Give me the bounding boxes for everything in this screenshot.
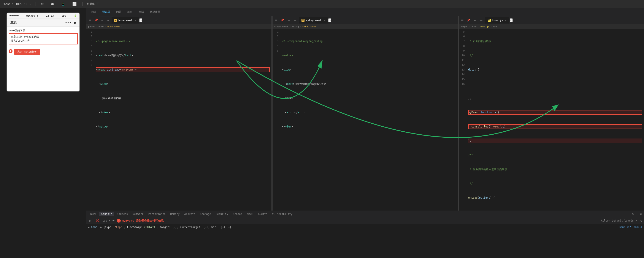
- phone-mytag-button[interactable]: 点击 mytag标签: [14, 49, 40, 55]
- tab-close-home-wxml[interactable]: ✕: [134, 19, 136, 21]
- editor-3-line-nums: 5 6 7 8 9 10 11 12 13 14 15 16: [459, 29, 466, 211]
- run-btn[interactable]: ▷: [88, 219, 93, 223]
- phone-dots: [10, 15, 18, 16]
- dock-icon[interactable]: ⧉: [640, 212, 642, 216]
- default-levels[interactable]: Default levels: [612, 219, 634, 222]
- editor-2-menu[interactable]: ☰: [274, 18, 279, 22]
- hotreload-section: 热重载 开: [87, 2, 99, 6]
- step-1-badge: 1: [9, 49, 12, 53]
- editor-2-lines: <!--components/mytag/mytag. wxml--> <vie…: [280, 29, 458, 211]
- editor-1-breadcrumb: pages › home › home.wxml › ...: [86, 24, 272, 29]
- editor-1-forward[interactable]: →: [106, 18, 111, 22]
- panel-tab-console[interactable]: Console: [99, 212, 114, 216]
- panel-tab-appdata[interactable]: AppData: [182, 212, 198, 216]
- panel-tab-performance[interactable]: Performance: [146, 212, 168, 216]
- tab-terminal[interactable]: 终端: [136, 8, 147, 16]
- editor-1-code: 1 2 3 4 5 6 7 8 <!--pages/home.wxml--> <…: [86, 29, 272, 211]
- editor-3-pin[interactable]: 📌: [466, 18, 472, 22]
- refresh-btn[interactable]: ↺: [40, 1, 45, 6]
- panel-tabs: Wxml Console Sources Network Performance…: [86, 211, 644, 218]
- editor-1-lines: <!--pages/home.wxml--> <text>home页的内容</t…: [94, 29, 272, 211]
- hotreload-state[interactable]: 开: [96, 2, 99, 6]
- tab-code-quality[interactable]: 代码质量: [147, 8, 163, 16]
- stop-btn[interactable]: ⏺: [50, 2, 56, 6]
- settings-icon[interactable]: ⚙: [632, 212, 634, 216]
- filter-area: Filter Default levels ▾: [601, 219, 637, 222]
- levels-dropdown[interactable]: ▾: [635, 219, 637, 222]
- editor-1-back[interactable]: ←: [100, 18, 105, 22]
- tab-mytag-wxml[interactable]: W mytag.wxml ✕: [299, 17, 328, 23]
- editor-2-back[interactable]: ←: [286, 18, 292, 23]
- phone-nav-icons: ••• ●: [65, 20, 76, 24]
- tab-label-mytag-wxml: mytag.wxml: [306, 19, 321, 22]
- bc-pages2: pages: [460, 25, 468, 28]
- panel-tab-wxml[interactable]: Wxml: [88, 212, 99, 216]
- main-area: WeChat ⇡ 18:23 25% 🔋 主页 ••• ●: [0, 8, 644, 258]
- panel-tab-memory[interactable]: Memory: [168, 212, 182, 216]
- editor-1-pin[interactable]: 📌: [93, 18, 99, 22]
- tab-close-home-js[interactable]: ✕: [505, 19, 507, 21]
- signal-dot: [10, 15, 11, 16]
- console-source-link[interactable]: home.js? [sm]:11: [620, 225, 642, 230]
- panel-tab-sources[interactable]: Sources: [115, 212, 130, 216]
- phone-nav-title: 主页: [10, 20, 17, 24]
- nav-dots[interactable]: •••: [65, 20, 71, 24]
- editors-with-arrows: 构建 调试器 问题 输出 终端 代码质量 ☰ 📌 ← → W: [86, 8, 644, 258]
- top-label: top: [102, 219, 107, 222]
- tab-close-mytag-wxml[interactable]: ✕: [324, 19, 325, 21]
- panel-tab-mock[interactable]: Mock: [245, 212, 256, 216]
- phone-content-line3: 插入slot的内容: [11, 39, 76, 43]
- panel-tab-vulnerability[interactable]: Vulnerability: [270, 212, 294, 216]
- console-dropdown[interactable]: ▾: [109, 219, 110, 222]
- sep3: ›: [121, 25, 122, 28]
- tab-debugger[interactable]: 调试器: [99, 8, 113, 16]
- tab-more-btn-2[interactable]: ···: [328, 18, 331, 22]
- tab-home-wxml[interactable]: W home.wxml ✕: [111, 17, 139, 23]
- editor-3-back[interactable]: ←: [472, 18, 478, 23]
- editor-3-menu[interactable]: ☰: [460, 18, 465, 22]
- tab-home-js[interactable]: JS home.js ✕: [485, 17, 509, 23]
- editor-2-forward[interactable]: →: [292, 18, 298, 23]
- time-display: 18:23: [46, 14, 54, 17]
- sep6: ›: [468, 25, 470, 28]
- tab-more-btn-1[interactable]: ···: [139, 18, 142, 22]
- annotation-2-container: 2 myEvent 函数便会输出打印信息: [117, 219, 164, 223]
- editor-1-menu[interactable]: ☰: [87, 18, 93, 22]
- breadcrumb-wxml1: home.wxml: [107, 25, 120, 28]
- forward-btn[interactable]: ⬜: [71, 1, 78, 6]
- battery-display: 25%: [62, 14, 66, 17]
- nav-record[interactable]: ●: [74, 20, 76, 24]
- panel-tab-audits[interactable]: Audits: [256, 212, 270, 216]
- console-arrow: ▶: [88, 225, 90, 230]
- phone-frame: WeChat ⇡ 18:23 25% 🔋 主页 ••• ●: [6, 12, 80, 92]
- sep2: ›: [105, 25, 106, 28]
- phone-content-line1: home页的内容: [9, 29, 78, 32]
- tab-more-btn-3[interactable]: ···: [510, 18, 513, 22]
- editor-home-wxml: ☰ 📌 ← → W home.wxml ✕ ··· pages ›: [86, 16, 272, 211]
- dropdown-icon[interactable]: ▾: [29, 2, 31, 5]
- editor-2-pin[interactable]: 📌: [279, 18, 285, 22]
- console-str-tap: "tap": [114, 226, 122, 229]
- phone-btn-text: 点击 mytag标签: [17, 50, 37, 54]
- more-icon[interactable]: ⋮: [635, 212, 638, 216]
- num-label: 16: [24, 2, 27, 5]
- tab-build[interactable]: 构建: [88, 8, 99, 16]
- editor-3-code: 5 6 7 8 9 10 11 12 13 14 15 16: [459, 29, 644, 211]
- panel-tab-network[interactable]: Network: [130, 212, 146, 216]
- console-key: home:: [91, 226, 99, 229]
- panel-tab-security[interactable]: Security: [214, 212, 230, 216]
- editor-3-forward[interactable]: →: [478, 18, 484, 23]
- tab-output[interactable]: 输出: [124, 8, 136, 16]
- panel-tab-storage[interactable]: Storage: [198, 212, 213, 216]
- console-num-timestamp: 2901489: [144, 226, 155, 229]
- console-settings-icon[interactable]: ⚙: [640, 219, 642, 222]
- clear-btn[interactable]: 🚫: [94, 219, 101, 223]
- editor-2-tab-bar: ☰ 📌 ← → W mytag.wxml ✕ ···: [272, 16, 458, 24]
- panel-tab-sensor[interactable]: Sensor: [231, 212, 244, 216]
- console-rest: , target: {…}, currentTarget: {…}, mark:…: [156, 226, 232, 229]
- phone-content-line2: 自定义组件mytag的内容: [11, 35, 76, 39]
- tab-issues[interactable]: 问题: [113, 8, 124, 16]
- eye-icon[interactable]: 👁: [112, 219, 115, 222]
- device-btn[interactable]: 📱: [60, 1, 67, 6]
- editor-2-code: 1 2 3 4 5 <!--components/mytag/mytag. wx…: [272, 29, 458, 211]
